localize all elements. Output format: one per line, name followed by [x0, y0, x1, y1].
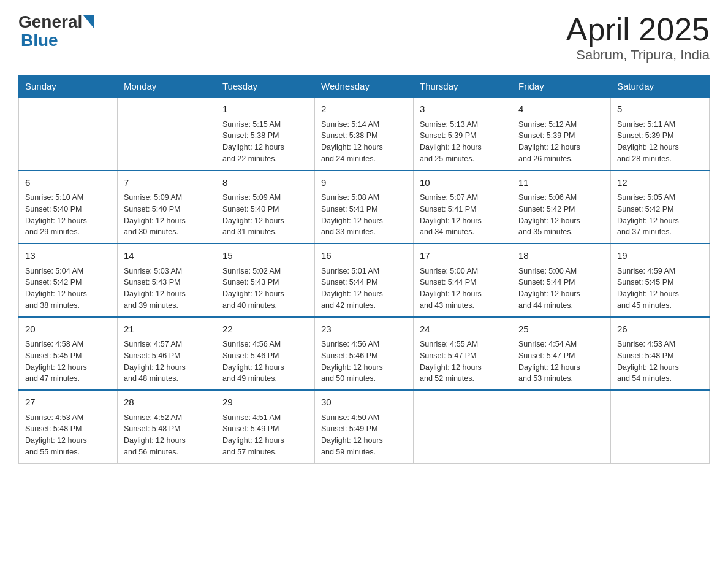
day-number: 12 — [617, 176, 703, 190]
day-number: 7 — [124, 176, 210, 190]
calendar-day-cell: 8Sunrise: 5:09 AM Sunset: 5:40 PM Daylig… — [216, 170, 315, 244]
calendar-day-cell: 6Sunrise: 5:10 AM Sunset: 5:40 PM Daylig… — [19, 170, 118, 244]
logo: General Blue — [18, 12, 94, 50]
calendar-day-cell: 21Sunrise: 4:57 AM Sunset: 5:46 PM Dayli… — [118, 317, 216, 391]
logo-arrow-icon — [83, 15, 94, 29]
day-number: 23 — [321, 323, 407, 337]
day-number: 8 — [222, 176, 308, 190]
day-number: 27 — [25, 396, 111, 410]
calendar-day-cell: 12Sunrise: 5:05 AM Sunset: 5:42 PM Dayli… — [611, 170, 710, 244]
day-info: Sunrise: 5:00 AM Sunset: 5:44 PM Dayligh… — [518, 266, 604, 312]
weekday-header: Monday — [118, 76, 216, 98]
day-number: 22 — [222, 323, 308, 337]
calendar-day-cell: 25Sunrise: 4:54 AM Sunset: 5:47 PM Dayli… — [512, 317, 611, 391]
calendar-day-cell: 16Sunrise: 5:01 AM Sunset: 5:44 PM Dayli… — [315, 243, 414, 317]
calendar-title: April 2025 — [566, 12, 710, 47]
day-number: 24 — [420, 323, 506, 337]
logo-general-text: General — [18, 12, 82, 32]
day-info: Sunrise: 5:00 AM Sunset: 5:44 PM Dayligh… — [420, 266, 506, 312]
day-info: Sunrise: 4:58 AM Sunset: 5:45 PM Dayligh… — [25, 339, 111, 385]
calendar-day-cell: 19Sunrise: 4:59 AM Sunset: 5:45 PM Dayli… — [611, 243, 710, 317]
calendar-week-row: 13Sunrise: 5:04 AM Sunset: 5:42 PM Dayli… — [19, 243, 710, 317]
calendar-day-cell: 10Sunrise: 5:07 AM Sunset: 5:41 PM Dayli… — [414, 170, 512, 244]
calendar-week-row: 20Sunrise: 4:58 AM Sunset: 5:45 PM Dayli… — [19, 317, 710, 391]
calendar-header-row: SundayMondayTuesdayWednesdayThursdayFrid… — [19, 76, 710, 98]
day-number: 30 — [321, 396, 407, 410]
day-info: Sunrise: 4:57 AM Sunset: 5:46 PM Dayligh… — [124, 339, 210, 385]
day-info: Sunrise: 4:52 AM Sunset: 5:48 PM Dayligh… — [124, 412, 210, 458]
calendar-day-cell — [611, 390, 710, 463]
calendar-day-cell: 26Sunrise: 4:53 AM Sunset: 5:48 PM Dayli… — [611, 317, 710, 391]
weekday-header: Tuesday — [216, 76, 315, 98]
day-number: 6 — [25, 176, 111, 190]
calendar-day-cell: 7Sunrise: 5:09 AM Sunset: 5:40 PM Daylig… — [118, 170, 216, 244]
day-info: Sunrise: 5:05 AM Sunset: 5:42 PM Dayligh… — [617, 192, 703, 238]
day-info: Sunrise: 4:54 AM Sunset: 5:47 PM Dayligh… — [518, 339, 604, 385]
day-number: 25 — [518, 323, 604, 337]
day-number: 17 — [420, 249, 506, 263]
calendar-day-cell: 11Sunrise: 5:06 AM Sunset: 5:42 PM Dayli… — [512, 170, 611, 244]
day-info: Sunrise: 5:01 AM Sunset: 5:44 PM Dayligh… — [321, 266, 407, 312]
calendar-day-cell: 27Sunrise: 4:53 AM Sunset: 5:48 PM Dayli… — [19, 390, 118, 463]
day-number: 16 — [321, 249, 407, 263]
logo-blue-text: Blue — [21, 31, 58, 50]
day-number: 14 — [124, 249, 210, 263]
calendar-day-cell: 30Sunrise: 4:50 AM Sunset: 5:49 PM Dayli… — [315, 390, 414, 463]
day-number: 13 — [25, 249, 111, 263]
day-number: 11 — [518, 176, 604, 190]
calendar-day-cell — [19, 97, 118, 170]
calendar-day-cell: 23Sunrise: 4:56 AM Sunset: 5:46 PM Dayli… — [315, 317, 414, 391]
day-info: Sunrise: 5:03 AM Sunset: 5:43 PM Dayligh… — [124, 266, 210, 312]
calendar-day-cell — [414, 390, 512, 463]
day-number: 28 — [124, 396, 210, 410]
calendar-day-cell: 4Sunrise: 5:12 AM Sunset: 5:39 PM Daylig… — [512, 97, 611, 170]
day-number: 3 — [420, 102, 506, 117]
day-number: 18 — [518, 249, 604, 263]
calendar-table: SundayMondayTuesdayWednesdayThursdayFrid… — [18, 75, 710, 464]
calendar-day-cell: 14Sunrise: 5:03 AM Sunset: 5:43 PM Dayli… — [118, 243, 216, 317]
day-number: 26 — [617, 323, 703, 337]
weekday-header: Friday — [512, 76, 611, 98]
day-info: Sunrise: 5:13 AM Sunset: 5:39 PM Dayligh… — [420, 119, 506, 165]
calendar-week-row: 6Sunrise: 5:10 AM Sunset: 5:40 PM Daylig… — [19, 170, 710, 244]
weekday-header: Sunday — [19, 76, 118, 98]
day-info: Sunrise: 5:07 AM Sunset: 5:41 PM Dayligh… — [420, 192, 506, 238]
calendar-day-cell: 28Sunrise: 4:52 AM Sunset: 5:48 PM Dayli… — [118, 390, 216, 463]
calendar-day-cell: 13Sunrise: 5:04 AM Sunset: 5:42 PM Dayli… — [19, 243, 118, 317]
day-number: 10 — [420, 176, 506, 190]
day-info: Sunrise: 4:56 AM Sunset: 5:46 PM Dayligh… — [321, 339, 407, 385]
day-info: Sunrise: 4:59 AM Sunset: 5:45 PM Dayligh… — [617, 266, 703, 312]
day-info: Sunrise: 5:08 AM Sunset: 5:41 PM Dayligh… — [321, 192, 407, 238]
day-info: Sunrise: 5:09 AM Sunset: 5:40 PM Dayligh… — [222, 192, 308, 238]
calendar-day-cell — [118, 97, 216, 170]
day-number: 5 — [617, 102, 703, 117]
calendar-week-row: 27Sunrise: 4:53 AM Sunset: 5:48 PM Dayli… — [19, 390, 710, 463]
day-number: 15 — [222, 249, 308, 263]
day-info: Sunrise: 5:11 AM Sunset: 5:39 PM Dayligh… — [617, 119, 703, 165]
calendar-day-cell: 22Sunrise: 4:56 AM Sunset: 5:46 PM Dayli… — [216, 317, 315, 391]
page-header: General Blue April 2025 Sabrum, Tripura,… — [18, 12, 710, 63]
day-info: Sunrise: 5:06 AM Sunset: 5:42 PM Dayligh… — [518, 192, 604, 238]
day-number: 19 — [617, 249, 703, 263]
day-info: Sunrise: 4:55 AM Sunset: 5:47 PM Dayligh… — [420, 339, 506, 385]
day-info: Sunrise: 5:15 AM Sunset: 5:38 PM Dayligh… — [222, 119, 308, 165]
calendar-day-cell: 15Sunrise: 5:02 AM Sunset: 5:43 PM Dayli… — [216, 243, 315, 317]
day-info: Sunrise: 5:12 AM Sunset: 5:39 PM Dayligh… — [518, 119, 604, 165]
day-number: 9 — [321, 176, 407, 190]
day-info: Sunrise: 5:14 AM Sunset: 5:38 PM Dayligh… — [321, 119, 407, 165]
weekday-header: Thursday — [414, 76, 512, 98]
day-info: Sunrise: 4:50 AM Sunset: 5:49 PM Dayligh… — [321, 412, 407, 458]
day-info: Sunrise: 4:53 AM Sunset: 5:48 PM Dayligh… — [617, 339, 703, 385]
day-number: 1 — [222, 102, 308, 117]
day-number: 20 — [25, 323, 111, 337]
day-info: Sunrise: 4:51 AM Sunset: 5:49 PM Dayligh… — [222, 412, 308, 458]
calendar-day-cell: 17Sunrise: 5:00 AM Sunset: 5:44 PM Dayli… — [414, 243, 512, 317]
day-number: 2 — [321, 102, 407, 117]
title-block: April 2025 Sabrum, Tripura, India — [566, 12, 710, 63]
day-number: 4 — [518, 102, 604, 117]
weekday-header: Saturday — [611, 76, 710, 98]
day-info: Sunrise: 5:02 AM Sunset: 5:43 PM Dayligh… — [222, 266, 308, 312]
day-info: Sunrise: 4:53 AM Sunset: 5:48 PM Dayligh… — [25, 412, 111, 458]
svg-marker-0 — [83, 15, 94, 29]
calendar-day-cell — [512, 390, 611, 463]
